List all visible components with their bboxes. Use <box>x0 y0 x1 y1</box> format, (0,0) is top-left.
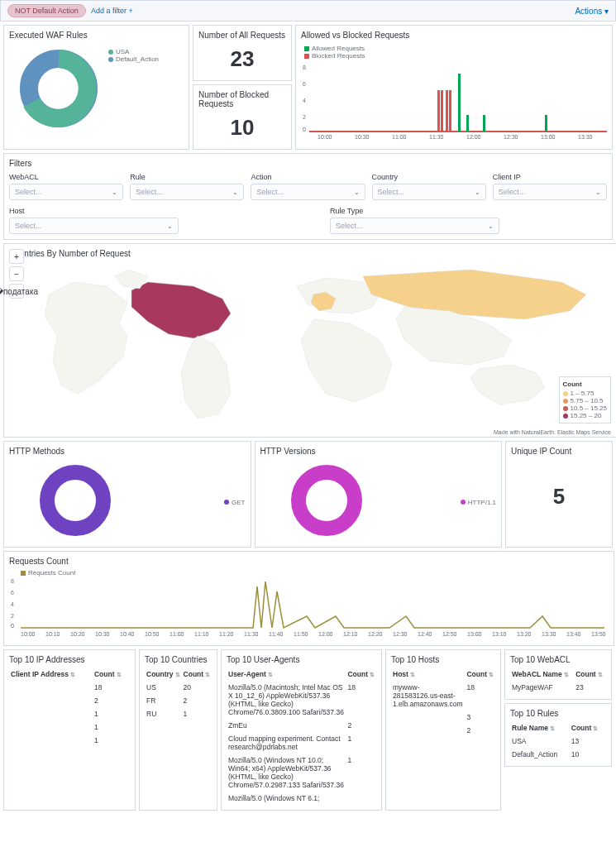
svg-text:13:20: 13:20 <box>517 631 532 637</box>
add-filter-link[interactable]: Add a filter + <box>91 7 133 15</box>
svg-text:10:30: 10:30 <box>355 134 370 140</box>
table-row[interactable]: USA13 <box>510 735 606 748</box>
legend-item[interactable]: HTTP/1.1 <box>461 462 496 542</box>
panel-top-rules: Top 10 Rules Rule Name⇅ Count⇅ USA13Defa… <box>504 703 612 767</box>
sort-icon[interactable]: ⇅ <box>410 672 415 677</box>
legend-item[interactable]: USA <box>108 48 159 55</box>
sort-icon[interactable]: ⇅ <box>564 672 569 677</box>
table-row[interactable]: Default_Action10 <box>510 748 606 761</box>
table-row[interactable]: 2 <box>391 724 495 737</box>
table-row[interactable]: RU1 <box>145 707 212 720</box>
panel-countries-map: Countries By Number of Request + − �пода… <box>3 243 616 438</box>
panel-title: Top 10 WebACL <box>510 655 606 664</box>
table-top-hosts: Host⇅ Count⇅ mywww-281583126.us-east-1.e… <box>391 668 495 737</box>
sort-icon[interactable]: ⇅ <box>598 672 603 677</box>
sort-icon[interactable]: ⇅ <box>489 672 494 677</box>
table-row[interactable]: 1 <box>9 707 130 720</box>
svg-text:10:40: 10:40 <box>120 631 135 637</box>
table-row[interactable]: Cloud mapping experiment. Contact resear… <box>227 732 376 754</box>
svg-text:2: 2 <box>11 613 14 619</box>
svg-text:2: 2 <box>303 114 306 120</box>
panel-filters: Filters WebACLSelect...⌄ RuleSelect...⌄ … <box>3 153 613 240</box>
select-webacl[interactable]: Select...⌄ <box>9 184 123 200</box>
table-row[interactable]: US20 <box>145 681 212 694</box>
table-row[interactable]: 18 <box>9 681 130 694</box>
select-rule[interactable]: Select...⌄ <box>130 184 244 200</box>
sort-icon[interactable]: ⇅ <box>593 725 598 731</box>
svg-text:11:20: 11:20 <box>219 631 234 637</box>
sort-icon[interactable]: ⇅ <box>70 672 75 677</box>
svg-text:12:30: 12:30 <box>504 134 518 140</box>
svg-text:12:00: 12:00 <box>466 134 481 140</box>
table-row[interactable]: mywww-281583126.us-east-1.elb.amazonaws.… <box>391 681 495 711</box>
filter-label: WebACL <box>9 173 123 181</box>
table-row[interactable]: 2 <box>9 694 130 707</box>
filter-label: Host <box>9 207 179 215</box>
filter-pill[interactable]: NOT Default Action <box>7 4 86 17</box>
table-row[interactable]: Mozilla/5.0 (Windows NT 6.1; <box>227 792 376 805</box>
svg-rect-7 <box>437 90 440 132</box>
svg-text:12:20: 12:20 <box>368 631 383 637</box>
sort-icon[interactable]: ⇅ <box>117 672 122 677</box>
panel-title: Number of Blocked Requests <box>198 90 286 108</box>
table-row[interactable]: Mozilla/5.0 (Windows NT 10.0; Win64; x64… <box>227 754 376 792</box>
svg-text:12:50: 12:50 <box>442 631 457 637</box>
legend-item[interactable]: GET <box>224 462 245 542</box>
donut-http-methods <box>9 459 117 542</box>
select-ruletype[interactable]: Select...⌄ <box>330 218 499 234</box>
svg-text:10:50: 10:50 <box>145 631 160 637</box>
zoom-in-button[interactable]: + <box>9 249 24 264</box>
svg-point-24 <box>298 472 355 529</box>
svg-text:13:40: 13:40 <box>566 631 581 637</box>
actions-menu[interactable]: Actions ▾ <box>575 7 609 16</box>
stat-blocked-requests: 10 <box>198 112 286 144</box>
svg-text:12:00: 12:00 <box>318 631 333 637</box>
panel-title: Number of All Requests <box>198 31 286 40</box>
svg-point-23 <box>47 472 103 529</box>
zoom-out-button[interactable]: − <box>9 266 24 281</box>
table-top-ua: User-Agent⇅ Count⇅ Mozilla/5.0 (Macintos… <box>227 668 376 805</box>
legend-item[interactable]: Default_Action <box>108 55 159 63</box>
select-clientip[interactable]: Select...⌄ <box>493 184 607 200</box>
table-top-countries: Country⇅ Count⇅ US20FR2RU1 <box>145 668 212 720</box>
svg-rect-14 <box>545 115 547 132</box>
svg-text:13:50: 13:50 <box>591 631 606 637</box>
panel-title: Allowed vs Blocked Requests <box>301 31 607 40</box>
panel-title: HTTP Methods <box>9 447 246 456</box>
table-row[interactable]: Mozilla/5.0 (Macintosh; Intel Mac OS X 1… <box>227 681 376 719</box>
line-chart-requests: 86420 10:0010:1010:2010:3010:4010:50 11:… <box>9 577 609 639</box>
panel-top-ip: Top 10 IP Addresses Client IP Address⇅ C… <box>3 649 136 811</box>
world-map[interactable] <box>16 261 611 427</box>
donut-http-versions <box>260 459 368 542</box>
panel-unique-ip: Unique IP Count 5 <box>505 441 613 548</box>
svg-text:13:10: 13:10 <box>492 631 507 637</box>
panel-title: Top 10 Rules <box>510 709 606 718</box>
select-host[interactable]: Select...⌄ <box>9 218 179 234</box>
sort-icon[interactable]: ⇅ <box>175 672 180 677</box>
sort-icon[interactable]: ⇅ <box>370 672 375 677</box>
table-row[interactable]: 1 <box>9 720 130 734</box>
select-action[interactable]: Select...⌄ <box>251 184 365 200</box>
panel-top-ua: Top 10 User-Agents User-Agent⇅ Count⇅ Mo… <box>221 649 382 811</box>
legend-item[interactable]: Allowed Requests <box>304 45 365 52</box>
svg-rect-8 <box>441 90 443 132</box>
table-row[interactable]: FR2 <box>145 694 212 707</box>
svg-text:12:30: 12:30 <box>393 631 408 637</box>
sort-icon[interactable]: ⇅ <box>205 672 210 677</box>
legend-item[interactable]: Requests Count <box>21 569 609 577</box>
table-row[interactable]: 1 <box>9 734 130 747</box>
svg-text:6: 6 <box>303 81 306 87</box>
sort-icon[interactable]: ⇅ <box>268 672 273 677</box>
svg-text:13:00: 13:00 <box>541 134 556 140</box>
table-row[interactable]: MyPageWAF23 <box>510 681 606 694</box>
table-row[interactable]: ZmEu2 <box>227 719 376 732</box>
fit-bounds-button[interactable]: �података <box>9 284 24 299</box>
sort-icon[interactable]: ⇅ <box>550 725 555 731</box>
map-legend: Count 1 – 5.75 5.75 – 10.5 10.5 – 15.25 … <box>559 376 611 424</box>
legend-item[interactable]: Blocked Requests <box>304 52 365 60</box>
select-country[interactable]: Select...⌄ <box>372 184 486 200</box>
panel-executed-waf: Executed WAF Rules USA Default_Action <box>3 25 189 150</box>
svg-text:10:00: 10:00 <box>21 631 36 637</box>
table-row[interactable]: 3 <box>391 711 495 724</box>
panel-title: Countries By Number of Request <box>9 249 611 258</box>
